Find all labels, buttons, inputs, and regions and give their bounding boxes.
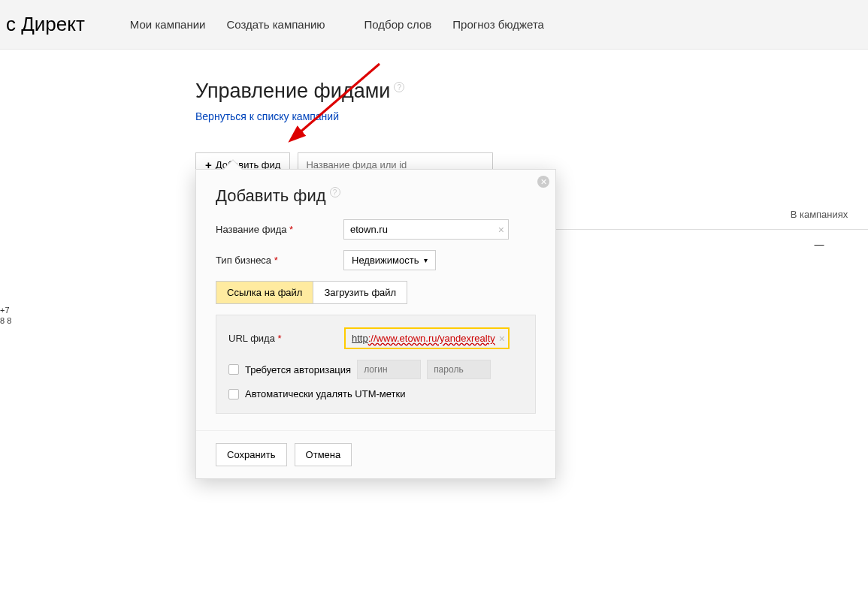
tab-link-to-file[interactable]: Ссылка на файл — [216, 281, 313, 304]
feed-name-input[interactable] — [343, 219, 509, 240]
clear-icon[interactable]: × — [498, 224, 504, 236]
row-campaigns: — — [759, 239, 868, 273]
logo: с Директ — [0, 13, 85, 36]
add-feed-modal: ✕ Добавить фид? Название фида * × Тип би… — [195, 169, 556, 324]
business-type-label: Тип бизнеса * — [216, 255, 343, 266]
feed-name-label: Название фида * — [216, 224, 343, 235]
header-campaigns: В кампаниях — [759, 209, 868, 222]
top-bar: с Директ Мои кампании Создать кампанию П… — [0, 0, 868, 50]
nav-budget[interactable]: Прогноз бюджета — [452, 18, 544, 31]
back-link[interactable]: Вернуться к списку кампаний — [195, 110, 868, 122]
help-icon[interactable]: ? — [330, 187, 340, 197]
footer-phones: +7 8 8 — [0, 305, 11, 324]
tab-upload-file[interactable]: Загрузить файл — [313, 281, 407, 304]
page-title: Управление фидами? — [195, 80, 868, 103]
help-icon[interactable]: ? — [394, 82, 404, 92]
nav-keywords[interactable]: Подбор слов — [364, 18, 432, 31]
nav-create-campaign[interactable]: Создать кампанию — [226, 18, 325, 31]
nav-my-campaigns[interactable]: Мои кампании — [130, 18, 206, 31]
chevron-down-icon: ▾ — [424, 256, 428, 264]
close-icon[interactable]: ✕ — [537, 176, 549, 188]
business-type-select[interactable]: Недвижимость ▾ — [343, 250, 436, 270]
modal-title: Добавить фид? — [216, 186, 536, 206]
url-section: URL фида * http://www.etown.ru/yandexrea… — [216, 315, 536, 324]
